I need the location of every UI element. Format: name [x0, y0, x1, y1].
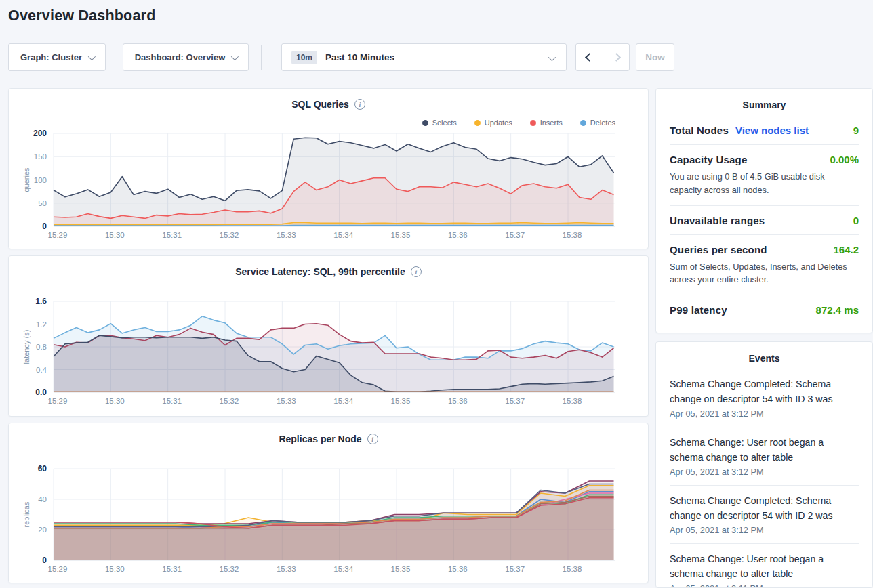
service-latency-chart: 0.00.40.81.21.615:2915:3015:3115:3215:33…: [9, 297, 648, 415]
svg-text:15:37: 15:37: [505, 565, 525, 573]
svg-text:15:34: 15:34: [333, 397, 353, 405]
chevron-left-icon: [585, 53, 594, 62]
summary-label: Capacity Usage: [670, 154, 748, 165]
summary-value: 9: [853, 125, 859, 136]
time-range-badge: 10m: [291, 51, 317, 64]
svg-text:15:37: 15:37: [505, 231, 525, 239]
svg-text:15:29: 15:29: [48, 231, 68, 239]
chevron-down-icon: [88, 52, 96, 60]
svg-text:15:36: 15:36: [448, 565, 468, 573]
graph-dropdown[interactable]: Graph: Cluster: [8, 43, 106, 71]
replicas-per-node-chart: 020406015:2915:3015:3115:3215:3315:3415:…: [9, 464, 648, 583]
svg-text:15:37: 15:37: [505, 397, 525, 405]
now-button[interactable]: Now: [636, 43, 674, 71]
sql-queries-chart-panel: SQL Queries SelectsUpdatesInsertsDeletes…: [8, 88, 649, 249]
summary-caption: Sum of Selects, Updates, Inserts, and De…: [670, 260, 859, 287]
summary-row-queries-per-second: Queries per second 164.2 Sum of Selects,…: [670, 235, 859, 296]
event-text[interactable]: Schema Change: User root began a schema …: [670, 435, 845, 465]
legend-item-Inserts: Inserts: [530, 119, 563, 127]
svg-text:15:32: 15:32: [220, 231, 239, 239]
svg-text:15:31: 15:31: [162, 397, 182, 405]
svg-text:15:36: 15:36: [448, 397, 468, 405]
y-axis-label: replicas: [22, 501, 31, 527]
svg-text:15:35: 15:35: [391, 397, 411, 405]
summary-label: Total Nodes: [670, 125, 729, 136]
svg-text:100: 100: [34, 176, 47, 184]
svg-text:60: 60: [38, 464, 47, 474]
event-item: Schema Change: User root began a schema …: [670, 427, 859, 486]
summary-row-capacity-usage: Capacity Usage 0.00% You are using 0 B o…: [670, 145, 859, 206]
svg-text:0: 0: [42, 222, 47, 231]
svg-text:15:30: 15:30: [105, 397, 125, 405]
summary-value: 872.4 ms: [816, 304, 859, 316]
time-range-picker[interactable]: 10m Past 10 Minutes: [281, 43, 567, 71]
summary-value: 0: [853, 215, 859, 226]
y-axis-label: queries: [22, 167, 31, 192]
svg-text:1.2: 1.2: [36, 320, 47, 329]
svg-text:15:31: 15:31: [162, 565, 182, 573]
toolbar-divider: [261, 45, 262, 70]
svg-text:15:33: 15:33: [277, 231, 296, 239]
chart-legend: SelectsUpdatesInsertsDeletes: [422, 119, 615, 127]
legend-label: Inserts: [540, 119, 563, 127]
summary-label: Unavailable ranges: [670, 215, 765, 226]
svg-text:0.0: 0.0: [35, 387, 47, 397]
svg-text:15:30: 15:30: [105, 231, 125, 239]
info-icon[interactable]: [367, 434, 378, 444]
svg-text:40: 40: [38, 495, 47, 503]
summary-panel: Summary Total Nodes View nodes list 9 Ca…: [655, 88, 873, 333]
dashboard-dropdown[interactable]: Dashboard: Overview: [123, 43, 249, 71]
event-item: Schema Change Completed: Schema change o…: [670, 369, 859, 427]
svg-text:200: 200: [33, 129, 47, 138]
legend-label: Deletes: [590, 119, 615, 127]
replicas-per-node-chart-panel: Replicas per Node 020406015:2915:3015:31…: [8, 423, 649, 583]
info-icon[interactable]: [354, 99, 365, 110]
page-title: Overview Dashboard: [8, 7, 156, 24]
legend-item-Updates: Updates: [474, 119, 512, 127]
next-time-button[interactable]: [603, 44, 629, 70]
chart-title: SQL Queries: [291, 99, 349, 110]
svg-text:15:29: 15:29: [48, 397, 68, 405]
summary-row-p99-latency: P99 latency 872.4 ms: [670, 295, 859, 324]
svg-text:15:31: 15:31: [162, 231, 182, 239]
events-title: Events: [670, 353, 859, 369]
summary-caption: You are using 0 B of 4.5 GiB usable disk…: [670, 170, 859, 197]
svg-text:15:35: 15:35: [391, 231, 411, 239]
legend-item-Selects: Selects: [422, 119, 457, 127]
info-icon[interactable]: [411, 266, 422, 277]
legend-label: Updates: [485, 119, 512, 127]
time-step-group: [575, 43, 630, 71]
chevron-down-icon: [548, 54, 556, 61]
svg-text:15:35: 15:35: [391, 565, 411, 573]
svg-text:15:32: 15:32: [220, 397, 239, 405]
svg-text:0.4: 0.4: [36, 366, 47, 374]
svg-text:20: 20: [38, 526, 47, 534]
svg-text:0: 0: [42, 555, 47, 565]
legend-item-Deletes: Deletes: [580, 119, 615, 127]
prev-time-button[interactable]: [576, 44, 603, 70]
event-item: Schema Change Completed: Schema change o…: [670, 486, 859, 544]
summary-title: Summary: [670, 100, 859, 116]
events-panel: Events Schema Change Completed: Schema c…: [655, 341, 873, 588]
view-nodes-list-link[interactable]: View nodes list: [735, 125, 809, 136]
svg-text:15:36: 15:36: [448, 231, 468, 239]
svg-text:15:38: 15:38: [563, 397, 582, 405]
event-timestamp: Apr 05, 2021 at 3:12 PM: [670, 525, 859, 535]
svg-text:0.8: 0.8: [36, 343, 47, 351]
svg-text:15:38: 15:38: [563, 565, 582, 573]
summary-label: Queries per second: [670, 244, 767, 255]
event-text[interactable]: Schema Change Completed: Schema change o…: [670, 493, 845, 523]
legend-dot: [580, 120, 586, 126]
dashboard-dropdown-label: Dashboard: Overview: [135, 52, 226, 62]
summary-value: 0.00%: [830, 154, 859, 165]
summary-row-total-nodes: Total Nodes View nodes list 9: [670, 116, 859, 145]
summary-row-unavailable-ranges: Unavailable ranges 0: [670, 206, 859, 235]
event-timestamp: Apr 05, 2021 at 3:12 PM: [670, 408, 859, 419]
summary-value: 164.2: [833, 244, 859, 255]
event-text[interactable]: Schema Change: User root began a schema …: [670, 551, 845, 581]
now-button-label: Now: [645, 52, 665, 62]
chart-title: Replicas per Node: [279, 434, 361, 444]
svg-text:1.6: 1.6: [35, 297, 47, 306]
event-text[interactable]: Schema Change Completed: Schema change o…: [670, 377, 845, 406]
summary-label: P99 latency: [670, 304, 727, 316]
